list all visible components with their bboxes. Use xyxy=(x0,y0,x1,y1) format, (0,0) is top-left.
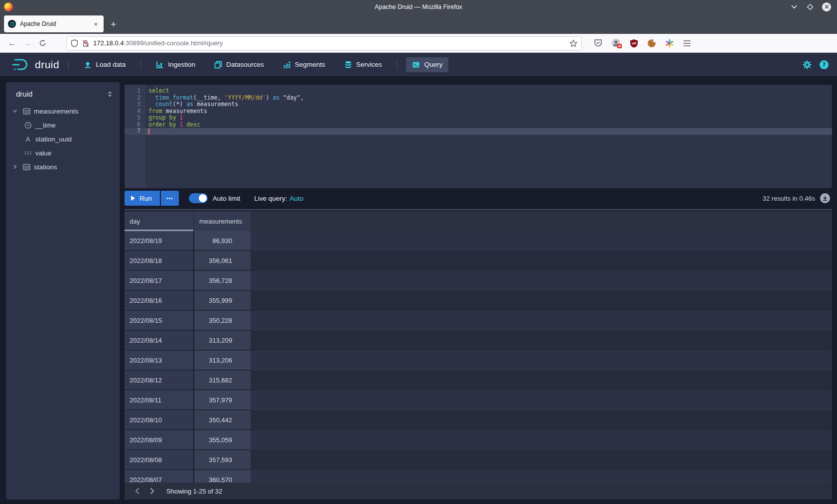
results-panel: day measurements 2022/08/1986,9302022/08… xyxy=(125,208,832,500)
table-row: 2022/08/11357,979 xyxy=(125,390,832,410)
table-row: 2022/08/08357,593 xyxy=(125,450,832,470)
druid-brand[interactable]: druid xyxy=(11,58,59,72)
pagination-bar: Showing 1-25 of 32 xyxy=(125,483,832,500)
svg-text:?: ? xyxy=(823,61,826,68)
cell-measurements[interactable]: 356,728 xyxy=(194,271,251,291)
ingestion-chart-icon xyxy=(156,61,164,69)
table-row: 2022/08/1986,930 xyxy=(125,231,832,251)
nav-item-ingestion[interactable]: Ingestion xyxy=(150,57,201,72)
cell-day[interactable]: 2022/08/19 xyxy=(125,231,193,251)
query-main: 1234567 select time_format(__time, 'YYYY… xyxy=(125,82,832,500)
cell-day[interactable]: 2022/08/12 xyxy=(125,371,193,390)
code-line-6: order by 1 desc xyxy=(145,122,832,128)
cell-measurements[interactable]: 357,593 xyxy=(194,450,251,470)
reload-icon[interactable] xyxy=(39,39,46,47)
table-row: 2022/08/13313,206 xyxy=(125,351,832,371)
nav-item-services[interactable]: Services xyxy=(338,57,388,72)
editor-code[interactable]: select time_format(__time, 'YYYY/MM/dd')… xyxy=(145,85,832,188)
url-text[interactable]: 172.18.0.4:30899/unified-console.html#qu… xyxy=(93,39,569,47)
live-query-label: Live query: xyxy=(254,195,287,202)
cell-day[interactable]: 2022/08/18 xyxy=(125,251,193,271)
back-button[interactable]: ← xyxy=(8,39,16,48)
schema-selector[interactable]: druid xyxy=(6,82,120,104)
tree-column-label: station_uuid xyxy=(35,135,72,143)
cell-measurements[interactable]: 357,979 xyxy=(194,390,251,410)
auto-limit-toggle[interactable] xyxy=(189,193,208,203)
pocket-icon[interactable] xyxy=(594,39,602,47)
new-tab-button[interactable]: + xyxy=(111,19,116,30)
window-minimize-icon[interactable] xyxy=(790,3,798,11)
run-button[interactable]: Run xyxy=(125,191,160,206)
cell-day[interactable]: 2022/08/14 xyxy=(125,331,193,351)
tree-column-label: __time xyxy=(35,122,56,129)
cell-measurements[interactable]: 313,209 xyxy=(194,331,251,351)
code-line-7 xyxy=(145,128,832,135)
cell-measurements[interactable]: 350,442 xyxy=(194,410,251,430)
url-host: 172.18.0.4 xyxy=(93,39,124,47)
cell-measurements[interactable]: 350,228 xyxy=(194,311,251,331)
gutter-line-number: 7 xyxy=(125,128,145,135)
tree-column-station_uuid[interactable]: Astation_uuid xyxy=(6,132,120,146)
run-button-label: Run xyxy=(140,195,152,202)
cell-measurements[interactable]: 315,682 xyxy=(194,371,251,390)
next-page-icon[interactable] xyxy=(144,484,159,499)
tab-close-icon[interactable]: × xyxy=(92,19,100,29)
tab-strip: Apache Druid × + xyxy=(0,13,837,34)
profile-extension-icon[interactable] xyxy=(611,38,621,48)
cell-day[interactable]: 2022/08/16 xyxy=(125,291,193,311)
sql-editor[interactable]: 1234567 select time_format(__time, 'YYYY… xyxy=(125,85,832,188)
tree-column-__time[interactable]: __time xyxy=(6,118,120,132)
cell-measurements[interactable]: 355,059 xyxy=(194,430,251,450)
cell-measurements[interactable]: 355,999 xyxy=(194,291,251,311)
play-icon xyxy=(131,196,135,201)
nav-divider xyxy=(68,60,69,70)
url-bar[interactable]: 172.18.0.4:30899/unified-console.html#qu… xyxy=(66,36,582,50)
chevron-down-icon[interactable] xyxy=(11,108,19,114)
bookmark-star-icon[interactable] xyxy=(569,39,577,47)
tracking-shield-icon[interactable] xyxy=(71,39,78,47)
tab-apache-druid[interactable]: Apache Druid × xyxy=(4,15,104,32)
row-filler xyxy=(251,291,832,311)
nav-item-segments[interactable]: Segments xyxy=(277,57,331,72)
window-close-icon[interactable] xyxy=(822,2,831,11)
column-header-measurements[interactable]: measurements xyxy=(194,211,251,231)
ublock-extension-icon[interactable]: uO xyxy=(630,39,638,48)
cell-day[interactable]: 2022/08/17 xyxy=(125,271,193,291)
window-maximize-icon[interactable] xyxy=(806,3,814,11)
live-query-value[interactable]: Auto xyxy=(289,195,303,202)
menu-hamburger-icon[interactable] xyxy=(683,40,691,47)
double-caret-icon xyxy=(107,91,113,98)
cell-day[interactable]: 2022/08/15 xyxy=(125,311,193,331)
run-more-button[interactable]: ••• xyxy=(161,191,179,206)
nav-item-load-data[interactable]: Load data xyxy=(78,57,132,72)
tree-table-measurements[interactable]: measurements xyxy=(6,104,120,118)
chevron-right-icon[interactable] xyxy=(11,164,19,170)
asterisk-extension-icon[interactable] xyxy=(665,39,674,48)
prev-page-icon[interactable] xyxy=(130,484,144,499)
cell-measurements[interactable]: 313,206 xyxy=(194,351,251,371)
cell-measurements[interactable]: 356,061 xyxy=(194,251,251,271)
gutter-line-number: 6 xyxy=(125,122,145,128)
cell-measurements[interactable]: 86,930 xyxy=(194,231,251,251)
cookie-extension-icon[interactable] xyxy=(647,39,656,48)
cell-day[interactable]: 2022/08/08 xyxy=(125,450,193,470)
cell-day[interactable]: 2022/08/11 xyxy=(125,390,193,410)
cell-day[interactable]: 2022/08/10 xyxy=(125,410,193,430)
nav-item-datasources[interactable]: Datasources xyxy=(208,57,270,72)
svg-text:uO: uO xyxy=(632,41,636,44)
cell-day[interactable]: 2022/08/09 xyxy=(125,430,193,450)
browser-toolbar: ← → 172.18.0.4:30899/unified-console.htm… xyxy=(0,34,837,53)
row-filler xyxy=(251,331,832,351)
insecure-lock-icon[interactable] xyxy=(82,39,89,47)
tree-table-stations[interactable]: stations xyxy=(6,160,120,174)
column-header-day[interactable]: day xyxy=(125,211,193,231)
download-results-icon[interactable] xyxy=(820,193,830,203)
settings-gear-icon[interactable] xyxy=(802,60,812,70)
cell-day[interactable]: 2022/08/13 xyxy=(125,351,193,371)
help-icon[interactable]: ? xyxy=(819,60,829,70)
nav-item-query[interactable]: Query xyxy=(406,57,448,72)
gutter-line-number: 2 xyxy=(125,95,145,102)
datasources-icon xyxy=(214,61,222,69)
tree-column-value[interactable]: 123value xyxy=(6,146,120,160)
results-divider xyxy=(125,209,832,210)
